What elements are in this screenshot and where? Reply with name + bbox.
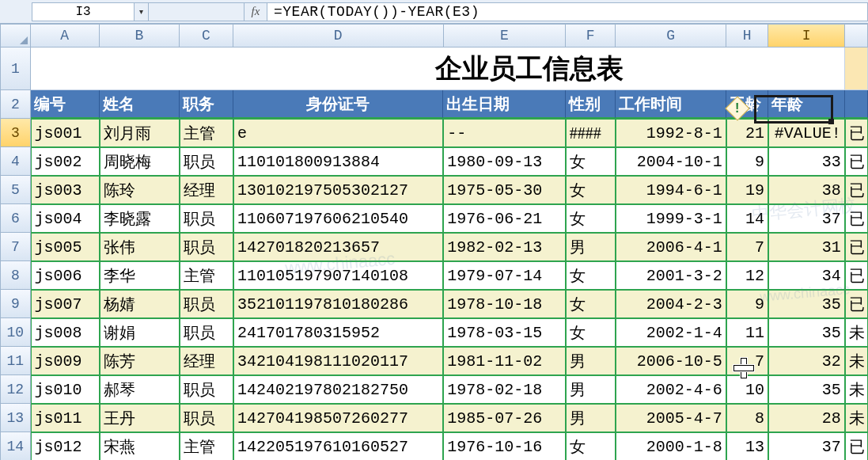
row-header-9[interactable]: 9 xyxy=(0,290,31,318)
column-header-B[interactable]: B xyxy=(100,24,180,48)
cell-H4[interactable]: 9 xyxy=(726,147,768,176)
cell-A9[interactable]: js007 xyxy=(31,290,100,318)
cell-I8[interactable]: 34 xyxy=(768,261,845,290)
cell-B14[interactable]: 宋燕 xyxy=(100,432,180,460)
cell-I3[interactable]: #VALUE! xyxy=(768,119,845,147)
cell-J8[interactable]: 已 xyxy=(845,261,868,290)
cell-J4[interactable]: 已 xyxy=(845,147,868,176)
cell-G11[interactable]: 2006-10-5 xyxy=(616,347,726,375)
cell-I9[interactable]: 35 xyxy=(768,290,845,318)
cell-D3[interactable]: e xyxy=(233,119,443,147)
cell-D5[interactable]: 130102197505302127 xyxy=(233,176,443,204)
cell-F5[interactable]: 女 xyxy=(566,176,616,204)
cell-I4[interactable]: 33 xyxy=(768,147,845,176)
cell-C5[interactable]: 经理 xyxy=(180,176,233,204)
row-header-3[interactable]: 3 xyxy=(0,119,31,147)
cell-A7[interactable]: js005 xyxy=(31,233,100,261)
cell-H14[interactable]: 13 xyxy=(726,432,768,460)
cell-B6[interactable]: 李晓露 xyxy=(100,204,180,233)
cell-C10[interactable]: 职员 xyxy=(180,318,233,347)
column-header-C[interactable]: C xyxy=(180,24,233,48)
cell-F8[interactable]: 女 xyxy=(566,261,616,290)
row-header-12[interactable]: 12 xyxy=(0,375,31,404)
cell-E12[interactable]: 1978-02-18 xyxy=(443,375,565,404)
cell-H13[interactable]: 8 xyxy=(726,404,768,432)
column-header-H[interactable]: H xyxy=(726,24,768,48)
row-header-8[interactable]: 8 xyxy=(0,261,31,290)
cell-E9[interactable]: 1978-10-18 xyxy=(443,290,565,318)
cell-A6[interactable]: js004 xyxy=(31,204,100,233)
cell-D14[interactable]: 142205197610160527 xyxy=(233,432,443,460)
cell-H7[interactable]: 7 xyxy=(726,233,768,261)
cell-F12[interactable]: 男 xyxy=(566,375,616,404)
row-header-2[interactable]: 2 xyxy=(0,90,31,119)
cell-G7[interactable]: 2006-4-1 xyxy=(616,233,726,261)
cell-G14[interactable]: 2000-1-8 xyxy=(616,432,726,460)
column-header-A[interactable]: A xyxy=(31,24,100,48)
cell-E6[interactable]: 1976-06-21 xyxy=(443,204,565,233)
hdr-birth[interactable]: 出生日期 xyxy=(443,90,566,119)
cell-D12[interactable]: 142402197802182750 xyxy=(233,375,443,404)
cell-I7[interactable]: 31 xyxy=(768,233,845,261)
cell-C11[interactable]: 经理 xyxy=(180,347,233,375)
cell-E4[interactable]: 1980-09-13 xyxy=(443,147,565,176)
hdr-role[interactable]: 职务 xyxy=(180,90,233,119)
column-header-F[interactable]: F xyxy=(566,24,616,48)
cell-F9[interactable]: 女 xyxy=(566,290,616,318)
cell-A14[interactable]: js012 xyxy=(31,432,100,460)
cell-F14[interactable]: 女 xyxy=(566,432,616,460)
cell-H5[interactable]: 19 xyxy=(726,176,768,204)
cell-E8[interactable]: 1979-07-14 xyxy=(443,261,565,290)
cell-J9[interactable]: 已 xyxy=(845,290,868,318)
sheet-title[interactable]: 企业员工信息表 xyxy=(443,48,566,90)
cell-D7[interactable]: 142701820213657 xyxy=(233,233,443,261)
cell-I13[interactable]: 28 xyxy=(768,404,845,432)
cell-H8[interactable]: 12 xyxy=(726,261,768,290)
cell-F6[interactable]: 女 xyxy=(566,204,616,233)
cell-H10[interactable]: 11 xyxy=(726,318,768,347)
cell-C3[interactable]: 主管 xyxy=(180,119,233,147)
cell-B13[interactable]: 王丹 xyxy=(100,404,180,432)
cell-G6[interactable]: 1999-3-1 xyxy=(616,204,726,233)
cell-I10[interactable]: 35 xyxy=(768,318,845,347)
cell-F13[interactable]: 男 xyxy=(566,404,616,432)
formula-input[interactable]: =YEAR(TODAY())-YEAR(E3) xyxy=(267,2,868,21)
row-header-1[interactable]: 1 xyxy=(0,48,31,90)
column-header-D[interactable]: D xyxy=(233,24,444,48)
cell-F11[interactable]: 男 xyxy=(566,347,616,375)
cell-I14[interactable]: 37 xyxy=(768,432,845,460)
cell-J6[interactable]: 已 xyxy=(845,204,868,233)
column-header-E[interactable]: E xyxy=(444,24,567,48)
cell-C6[interactable]: 职员 xyxy=(180,204,233,233)
row-header-5[interactable]: 5 xyxy=(0,176,31,204)
cell-D10[interactable]: 241701780315952 xyxy=(233,318,443,347)
cell-E13[interactable]: 1985-07-26 xyxy=(443,404,565,432)
cell-B4[interactable]: 周晓梅 xyxy=(100,147,180,176)
cell-G8[interactable]: 2001-3-2 xyxy=(616,261,726,290)
cell-A11[interactable]: js009 xyxy=(31,347,100,375)
row-header-4[interactable]: 4 xyxy=(0,147,31,176)
row-header-10[interactable]: 10 xyxy=(0,318,31,347)
cell-G5[interactable]: 1994-6-1 xyxy=(616,176,726,204)
cell-B10[interactable]: 谢娟 xyxy=(100,318,180,347)
cell-J11[interactable]: 未 xyxy=(845,347,868,375)
cell-H12[interactable]: 10 xyxy=(726,375,768,404)
cell-F4[interactable]: 女 xyxy=(566,147,616,176)
hdr-idcard[interactable]: 身份证号 xyxy=(233,90,443,119)
cell-H11[interactable]: 7 xyxy=(726,347,768,375)
hdr-work[interactable]: 工作时间 xyxy=(616,90,726,119)
cell-F3[interactable]: #### xyxy=(566,119,616,147)
cell-G13[interactable]: 2005-4-7 xyxy=(616,404,726,432)
row-header-14[interactable]: 14 xyxy=(0,432,31,460)
cell-D11[interactable]: 342104198111020117 xyxy=(233,347,443,375)
hdr-j[interactable] xyxy=(845,90,868,119)
cell-C8[interactable]: 主管 xyxy=(180,261,233,290)
cell-I12[interactable]: 35 xyxy=(768,375,845,404)
cell-G4[interactable]: 2004-10-1 xyxy=(616,147,726,176)
cell-E11[interactable]: 1981-11-02 xyxy=(443,347,565,375)
hdr-sex[interactable]: 性别 xyxy=(566,90,616,119)
cell-A4[interactable]: js002 xyxy=(31,147,100,176)
cell-B11[interactable]: 陈芳 xyxy=(100,347,180,375)
cell-J5[interactable]: 已 xyxy=(845,176,868,204)
cell-C7[interactable]: 职员 xyxy=(180,233,233,261)
